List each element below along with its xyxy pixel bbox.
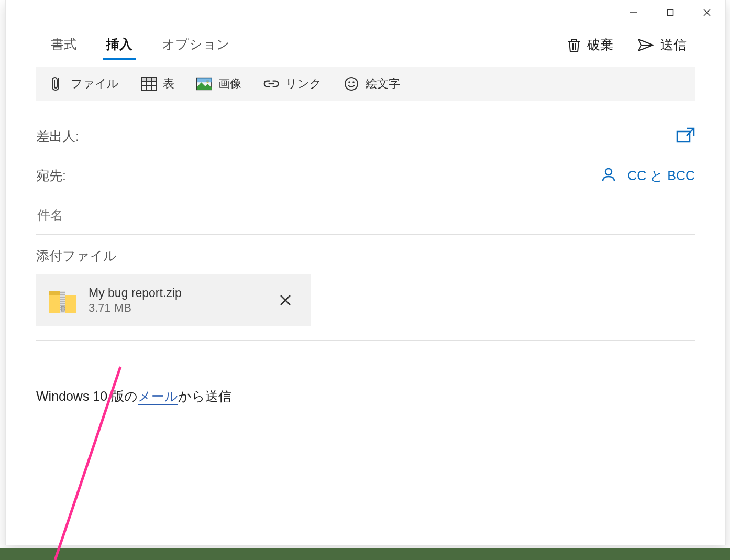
svg-rect-14 <box>141 78 156 81</box>
tab-insert[interactable]: 挿入 <box>92 28 147 61</box>
minimize-icon <box>629 8 638 17</box>
svg-rect-17 <box>197 78 212 82</box>
svg-rect-35 <box>61 306 64 311</box>
from-label: 差出人: <box>36 128 79 145</box>
desktop-strip <box>0 548 730 560</box>
tool-file[interactable]: ファイル <box>46 74 122 94</box>
attachment-name: My bug report.zip <box>89 286 182 300</box>
tool-table-label: 表 <box>163 76 174 92</box>
header-fields: 差出人: 宛先: CC と BCC <box>36 117 695 235</box>
send-button[interactable]: 送信 <box>629 31 695 59</box>
attachments-section: 添付ファイル My bug report.zip 3.71 MB <box>36 247 695 341</box>
insert-toolbar: ファイル 表 画像 リンク 絵文字 <box>36 67 695 101</box>
cc-bcc-link[interactable]: CC と BCC <box>627 167 695 184</box>
attachments-title: 添付ファイル <box>36 247 695 265</box>
remove-attachment-button[interactable] <box>274 289 297 312</box>
tool-table[interactable]: 表 <box>138 74 178 94</box>
svg-point-21 <box>352 81 355 83</box>
svg-rect-1 <box>668 10 673 16</box>
svg-point-20 <box>348 81 350 83</box>
image-icon <box>196 76 212 92</box>
attachment-info: My bug report.zip 3.71 MB <box>89 286 182 315</box>
to-row: 宛先: CC と BCC <box>36 156 695 195</box>
discard-button[interactable]: 破棄 <box>559 31 622 59</box>
tool-image[interactable]: 画像 <box>193 74 245 94</box>
subject-row <box>36 195 695 235</box>
trash-icon <box>567 37 581 53</box>
tab-options[interactable]: オプション <box>147 28 245 61</box>
send-label: 送信 <box>660 36 687 53</box>
to-input[interactable] <box>74 168 593 184</box>
mail-app-link[interactable]: メール <box>138 389 178 405</box>
titlebar <box>6 0 725 25</box>
compose-window: 書式 挿入 オプション 破棄 送信 <box>5 0 726 545</box>
tabs-row: 書式 挿入 オプション 破棄 送信 <box>6 25 725 61</box>
subject-input[interactable] <box>36 207 695 223</box>
svg-point-24 <box>605 169 612 175</box>
attachment-item[interactable]: My bug report.zip 3.71 MB <box>36 274 311 326</box>
link-icon <box>263 76 279 92</box>
send-icon <box>637 38 654 52</box>
emoji-icon <box>344 76 359 92</box>
to-label: 宛先: <box>36 167 66 184</box>
close-icon <box>703 8 711 17</box>
from-input[interactable] <box>87 128 668 145</box>
maximize-icon <box>667 9 674 16</box>
svg-rect-22 <box>677 131 690 142</box>
tool-link[interactable]: リンク <box>260 74 325 94</box>
from-row: 差出人: <box>36 117 695 156</box>
mail-body[interactable]: Windows 10 版のメールから送信 <box>36 388 695 405</box>
table-icon <box>141 76 157 92</box>
close-button[interactable] <box>689 0 725 25</box>
tool-emoji-label: 絵文字 <box>366 76 400 92</box>
discard-label: 破棄 <box>587 36 613 53</box>
tab-format[interactable]: 書式 <box>36 28 92 61</box>
tool-file-label: ファイル <box>71 76 119 92</box>
attachment-icon <box>49 76 64 92</box>
tool-image-label: 画像 <box>218 76 241 92</box>
zip-file-icon <box>46 283 79 317</box>
tool-link-label: リンク <box>285 76 322 92</box>
x-icon <box>279 294 292 306</box>
attachment-size: 3.71 MB <box>89 301 182 315</box>
contacts-icon[interactable] <box>601 167 616 184</box>
minimize-button[interactable] <box>615 0 652 25</box>
open-separate-icon[interactable] <box>676 127 695 145</box>
maximize-button[interactable] <box>652 0 689 25</box>
body-text-after: から送信 <box>178 389 231 403</box>
body-text-before: Windows 10 版の <box>36 389 138 403</box>
tool-emoji[interactable]: 絵文字 <box>340 74 403 94</box>
svg-point-19 <box>345 78 358 90</box>
